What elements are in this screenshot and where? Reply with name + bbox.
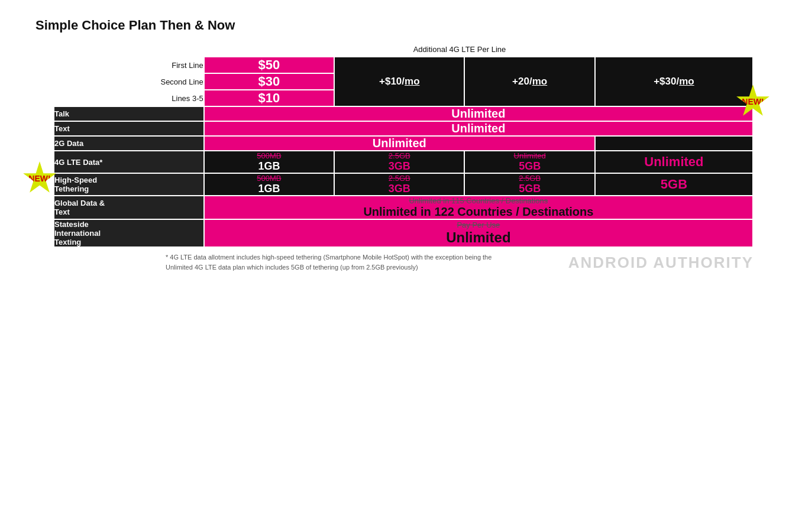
2g-data-col4 — [595, 136, 753, 151]
new-badge-bottom-left: NEW! — [22, 161, 57, 196]
global-label: Global Data &Text — [54, 196, 204, 219]
additional-col-3: +$30/mo — [595, 57, 753, 106]
feature-row-talk: Talk Unlimited — [54, 106, 753, 121]
4g-lte-col2: 2.5GB 3GB — [334, 151, 464, 173]
additional-col-1: +$10/mo — [334, 57, 464, 106]
tethering-col3: 2.5GB 5GB — [464, 173, 594, 196]
page-title: Simple Choice Plan Then & Now — [35, 18, 754, 33]
pricing-row-first-line: First Line $50 +$10/mo +20/mo +$30/mo — [54, 57, 753, 73]
first-line-label: First Line — [54, 57, 204, 73]
tethering-label: High-SpeedTethering — [54, 173, 204, 196]
talk-label: Talk — [54, 106, 204, 121]
feature-row-stateside: StatesideInternationalTexting Pay Per Us… — [54, 219, 753, 247]
plan-table: First Line $50 +$10/mo +20/mo +$30/mo Se… — [53, 56, 754, 248]
second-line-label: Second Line — [54, 73, 204, 90]
2g-data-value: Unlimited — [204, 136, 595, 151]
lines35-label: Lines 3-5 — [54, 90, 204, 106]
lines35-price: $10 — [204, 90, 334, 106]
feature-row-4g-lte: 4G LTE Data* 500MB 1GB 2.5GB 3GB Unlimit… — [54, 151, 753, 173]
additional-header: Additional 4G LTE Per Line — [166, 45, 754, 54]
4g-lte-col3: Unlimited 5GB — [464, 151, 594, 173]
tethering-col4: 5GB — [595, 173, 753, 196]
feature-row-2g-data: 2G Data Unlimited — [54, 136, 753, 151]
4g-lte-col1: 500MB 1GB — [204, 151, 334, 173]
stateside-value: Pay Per Use Unlimited — [204, 219, 753, 247]
watermark: ANDROID AUTHORITY — [568, 254, 754, 272]
4g-lte-label: 4G LTE Data* — [54, 151, 204, 173]
4g-lte-col4: Unlimited — [595, 151, 753, 173]
stateside-label: StatesideInternationalTexting — [54, 219, 204, 247]
feature-row-text: Text Unlimited — [54, 121, 753, 136]
global-value: Unlimited in 115 Countries / Destination… — [204, 196, 753, 219]
second-line-price: $30 — [204, 73, 334, 90]
feature-row-tethering: High-SpeedTethering 500MB 1GB 2.5GB 3GB … — [54, 173, 753, 196]
talk-value: Unlimited — [204, 106, 753, 121]
additional-col-2: +20/mo — [464, 57, 594, 106]
tethering-col2: 2.5GB 3GB — [334, 173, 464, 196]
text-label: Text — [54, 121, 204, 136]
feature-row-global: Global Data &Text Unlimited in 115 Count… — [54, 196, 753, 219]
first-line-price: $50 — [204, 57, 334, 73]
tethering-col1: 500MB 1GB — [204, 173, 334, 196]
2g-data-label: 2G Data — [54, 136, 204, 151]
text-value: Unlimited — [204, 121, 753, 136]
